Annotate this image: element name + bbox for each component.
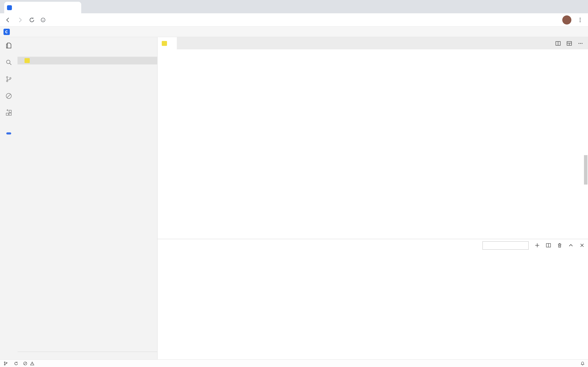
scrollbar-thumb[interactable]: [584, 155, 587, 184]
favicon: [7, 5, 12, 10]
minimap[interactable]: [542, 49, 583, 239]
panel-header: [157, 239, 588, 251]
notifications-bell[interactable]: [580, 361, 585, 366]
split-editor-icon[interactable]: [555, 41, 561, 46]
sync-icon: [14, 361, 18, 366]
open-editor-item[interactable]: [17, 57, 157, 64]
error-icon: [23, 361, 27, 366]
sidebar-explorer: [17, 37, 157, 359]
layout-icon[interactable]: [566, 41, 572, 46]
forward-icon[interactable]: [17, 17, 23, 23]
kill-terminal-icon[interactable]: [557, 243, 562, 248]
split-terminal-icon[interactable]: [546, 243, 551, 248]
workspace-header[interactable]: [17, 64, 157, 72]
js-file-icon: [162, 41, 167, 46]
search-icon[interactable]: [0, 54, 17, 71]
editor-actions: [555, 37, 588, 49]
coder-logo[interactable]: [3, 29, 10, 35]
problems-indicator[interactable]: [23, 361, 36, 366]
file-tree: [17, 72, 157, 352]
editor-tab[interactable]: [157, 37, 177, 49]
editor-scrollbar[interactable]: [583, 49, 588, 239]
extensions-icon[interactable]: [0, 104, 17, 121]
bell-icon: [580, 361, 585, 366]
maximize-panel-icon[interactable]: [568, 243, 573, 248]
sync-indicator[interactable]: [14, 361, 18, 366]
branch-indicator[interactable]: [3, 361, 9, 366]
back-icon[interactable]: [5, 17, 11, 23]
activity-bar: [0, 37, 17, 359]
warning-icon: [30, 361, 34, 366]
browser-tab[interactable]: [4, 2, 81, 13]
open-editors-header[interactable]: [17, 49, 157, 57]
browser-tab-strip: [0, 0, 588, 13]
avatar[interactable]: [562, 15, 571, 24]
debug-icon[interactable]: [0, 88, 17, 104]
status-bar: [0, 359, 588, 367]
off-badge[interactable]: [6, 132, 11, 134]
new-terminal-icon[interactable]: [534, 243, 540, 248]
screen: [0, 0, 588, 367]
url-bar[interactable]: [41, 17, 551, 22]
site-info-icon[interactable]: [41, 17, 46, 22]
terminal[interactable]: [157, 251, 588, 359]
panel-actions: [482, 241, 585, 250]
browser-address-bar: [0, 13, 588, 27]
htop-function-keys: [164, 258, 585, 263]
reload-icon[interactable]: [29, 17, 35, 23]
bottom-panel: [157, 239, 588, 359]
source-control-icon[interactable]: [0, 71, 17, 88]
git-branch-icon: [3, 361, 8, 366]
more-actions-icon[interactable]: [578, 41, 583, 46]
editor-tab-bar: [157, 37, 588, 49]
editor[interactable]: [157, 49, 542, 239]
outline-header[interactable]: [17, 352, 157, 359]
terminal-select[interactable]: [482, 241, 529, 250]
js-file-icon: [25, 58, 30, 63]
explorer-icon[interactable]: [0, 37, 17, 54]
close-panel-icon[interactable]: [579, 243, 585, 248]
browser-menu-icon[interactable]: [577, 17, 583, 23]
editor-group: [157, 37, 588, 359]
sidebar-title: [17, 37, 157, 49]
menubar: [0, 27, 588, 37]
